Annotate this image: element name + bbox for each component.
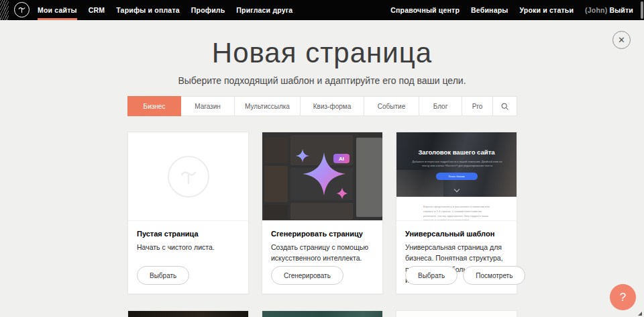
preview-button[interactable]: Посмотреть xyxy=(463,266,525,285)
nav-item-lessons[interactable]: Уроки и статьи xyxy=(519,0,574,20)
ai-badge: AI xyxy=(333,154,350,163)
card-description: Создать страницу с помощью искусственног… xyxy=(271,242,374,264)
nav-item-help-center[interactable]: Справочный центр xyxy=(390,0,460,20)
template-body-text: Коротко представьтесь и расскажите о ком… xyxy=(423,205,492,221)
tilda-watermark-icon xyxy=(168,156,209,197)
nav-item-tariffs[interactable]: Тарифы и оплата xyxy=(116,0,180,20)
tab-multilink[interactable]: Мультиссылка xyxy=(235,96,301,116)
card-blank-page: Пустая страница Начать с чистого листа. … xyxy=(127,132,249,294)
card-next-row-2[interactable] xyxy=(262,310,383,317)
user-name: (John) xyxy=(585,6,607,14)
card-next-row-3[interactable] xyxy=(396,310,517,317)
card-title: Универсальный шаблон xyxy=(405,230,508,238)
nav-left-links: Мои сайты CRM Тарифы и оплата Профиль Пр… xyxy=(38,0,292,20)
card-generate-page: AI Сгенерировать страницу Создать страни… xyxy=(262,132,383,294)
tilda-logo-icon xyxy=(17,5,27,15)
tab-event[interactable]: Событие xyxy=(364,96,419,116)
decorative-pattern xyxy=(0,0,9,20)
scrollbar-thumb[interactable] xyxy=(641,1,643,19)
nav-item-invite-friend[interactable]: Пригласи друга xyxy=(236,0,292,20)
tab-search[interactable] xyxy=(493,96,517,116)
tab-blog[interactable]: Блог xyxy=(419,96,462,116)
help-button[interactable]: ? xyxy=(610,284,636,310)
nav-item-webinars[interactable]: Вебинары xyxy=(471,0,508,20)
tab-business[interactable]: Бизнес xyxy=(127,96,181,116)
card-title: Сгенерировать страницу xyxy=(271,230,374,238)
template-category-tabs: Бизнес Магазин Мультиссылка Квиз-форма С… xyxy=(127,96,517,116)
page-title: Новая страница xyxy=(0,37,644,69)
nav-item-crm[interactable]: CRM xyxy=(89,0,105,20)
nav-item-profile[interactable]: Профиль xyxy=(191,0,225,20)
resize-corner-icon xyxy=(638,312,642,316)
card-universal-template: Заголовок вашего сайта Добавьте интересн… xyxy=(396,132,517,294)
template-hero-heading: Заголовок вашего сайта xyxy=(396,148,517,156)
select-button[interactable]: Выбрать xyxy=(405,266,458,285)
template-hero-subtext: Добавьте интересные подробности о вашей … xyxy=(409,160,506,169)
nav-right-links: Справочный центр Вебинары Уроки и статьи… xyxy=(390,0,633,20)
generate-button[interactable]: Сгенерировать xyxy=(271,266,343,285)
tilda-logo[interactable] xyxy=(14,2,30,17)
universal-template-thumbnail[interactable]: Заголовок вашего сайта Добавьте интересн… xyxy=(396,132,517,221)
select-button[interactable]: Выбрать xyxy=(137,266,189,285)
tab-pro[interactable]: Pro xyxy=(462,96,493,116)
new-page-modal-screen: Мои сайты CRM Тарифы и оплата Профиль Пр… xyxy=(0,0,644,317)
card-next-row-1[interactable] xyxy=(127,310,249,317)
question-mark-icon: ? xyxy=(620,291,626,304)
template-hero-button: Узнать больше xyxy=(436,173,478,180)
template-body-section: Коротко представьтесь и расскажите о ком… xyxy=(396,197,517,221)
top-navigation-bar: Мои сайты CRM Тарифы и оплата Профиль Пр… xyxy=(0,0,644,20)
card-title: Пустая страница xyxy=(137,230,239,238)
tab-quiz-form[interactable]: Квиз-форма xyxy=(301,96,364,116)
blank-page-thumbnail[interactable] xyxy=(128,132,248,221)
chevron-down-icon xyxy=(453,187,459,192)
template-hero-image: Заголовок вашего сайта Добавьте интересн… xyxy=(396,132,517,197)
card-description: Начать с чистого листа. xyxy=(137,242,239,253)
nav-item-logout[interactable]: (John) Выйти xyxy=(585,0,633,20)
page-subtitle: Выберите подходящий шаблон и адаптируйте… xyxy=(0,75,644,86)
tab-store[interactable]: Магазин xyxy=(181,96,235,116)
search-icon xyxy=(500,102,509,111)
ai-generate-thumbnail[interactable]: AI xyxy=(262,132,382,221)
sparkle-pink-icon xyxy=(336,187,348,199)
logout-label: Выйти xyxy=(609,6,633,14)
nav-item-my-sites[interactable]: Мои сайты xyxy=(38,0,77,20)
